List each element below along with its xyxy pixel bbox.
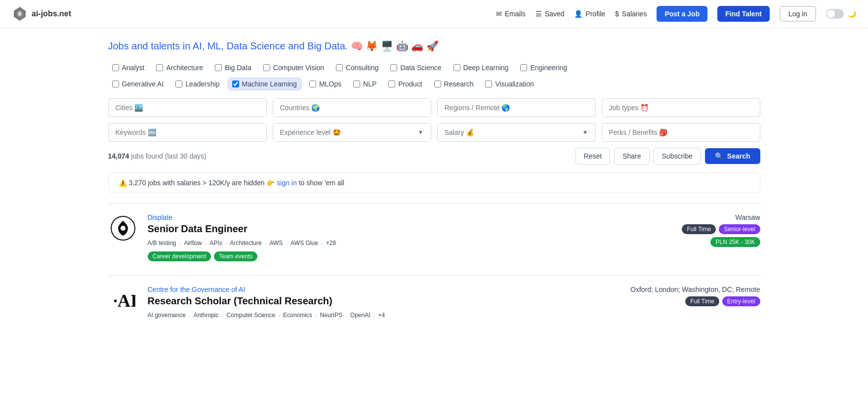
filter-row-1: AnalystArchitectureBig DataComputer Visi… (108, 62, 760, 74)
tag-2: APIs (209, 240, 222, 247)
salary-select[interactable]: Salary 💰 ▼ (437, 123, 596, 142)
find-talent-button[interactable]: Find Talent (717, 6, 770, 22)
cities-field[interactable] (108, 98, 267, 117)
filter-item-machine-learning[interactable]: Machine Learning (228, 78, 301, 90)
job-tags-0: A/B testing · Airflow · APIs · Architect… (148, 240, 652, 247)
filter-label-architecture: Architecture (166, 64, 203, 72)
job-types-field[interactable] (602, 98, 760, 117)
company-name-0[interactable]: Displate (148, 213, 652, 221)
tag-1: Airflow (184, 240, 202, 247)
filter-label-deep-learning: Deep Learning (463, 64, 509, 72)
job-title-0[interactable]: Senior Data Engineer (148, 223, 652, 235)
share-button[interactable]: Share (614, 148, 649, 164)
tag-separator: · (373, 312, 375, 320)
filter-item-product[interactable]: Product (384, 78, 426, 90)
job-title-1[interactable]: Research Scholar (Technical Research) (148, 295, 621, 307)
post-job-button[interactable]: Post a Job (657, 6, 707, 22)
nav-saved[interactable]: ☰ Saved (536, 10, 565, 18)
inputs-row-2: Experience level 🤩 ▼ Salary 💰 ▼ (108, 123, 760, 142)
filter-checkbox-engineering[interactable] (520, 64, 527, 71)
filter-item-mlops[interactable]: MLOps (305, 78, 345, 90)
nav: ✉ Emails ☰ Saved 👤 Profile $ Salaries Po… (496, 6, 856, 22)
inputs-row-1 (108, 98, 760, 117)
filter-item-consulting[interactable]: Consulting (332, 62, 382, 74)
company-name-1[interactable]: Centre for the Governance of AI (148, 286, 621, 293)
job-location-0: Warsaw (735, 213, 760, 221)
displate-logo-icon (111, 216, 135, 241)
job-info-0: DisplateSenior Data EngineerA/B testing … (148, 213, 652, 265)
keywords-input[interactable] (116, 128, 259, 136)
login-button[interactable]: Log in (780, 6, 816, 22)
filter-item-nlp[interactable]: NLP (349, 78, 380, 90)
header: ai-jobs.net ✉ Emails ☰ Saved 👤 Profile $… (0, 0, 868, 28)
nav-profile[interactable]: 👤 Profile (574, 10, 605, 18)
perks-field[interactable] (602, 123, 760, 142)
logo[interactable]: ai-jobs.net (12, 6, 71, 22)
regions-field[interactable] (437, 98, 596, 117)
nav-emails[interactable]: ✉ Emails (496, 10, 526, 18)
theme-toggle[interactable] (826, 9, 844, 19)
reset-button[interactable]: Reset (576, 148, 611, 164)
nav-salaries[interactable]: $ Salaries (615, 10, 647, 18)
filter-checkbox-computer-vision[interactable] (263, 64, 270, 71)
filter-item-data-science[interactable]: Data Science (386, 62, 445, 74)
filter-item-research[interactable]: Research (430, 78, 478, 90)
filter-checkbox-machine-learning[interactable] (232, 81, 239, 87)
svg-point-4 (121, 226, 125, 231)
countries-field[interactable] (273, 98, 431, 117)
toggle-knob (827, 10, 835, 18)
filter-checkbox-generative-ai[interactable] (112, 81, 119, 87)
search-button[interactable]: 🔍 Search (705, 148, 760, 164)
warning-text: 3,270 jobs with salaries > 120K/y are hi… (128, 179, 264, 187)
filter-checkbox-product[interactable] (388, 81, 395, 87)
filter-checkbox-consulting[interactable] (336, 64, 343, 71)
filter-label-mlops: MLOps (319, 80, 341, 88)
filter-checkbox-nlp[interactable] (353, 81, 360, 87)
filter-label-visualization: Visualization (495, 80, 534, 88)
filter-checkbox-mlops[interactable] (309, 81, 316, 87)
job-meta-1: Oxford; London; Washington, DC; RemoteFu… (630, 286, 760, 306)
salary-label: Salary 💰 (445, 128, 475, 136)
cities-input[interactable] (116, 104, 259, 112)
filter-item-leadership[interactable]: Leadership (171, 78, 223, 90)
results-number: 14,074 (108, 152, 129, 160)
filter-item-architecture[interactable]: Architecture (152, 62, 207, 74)
filter-checkbox-deep-learning[interactable] (454, 64, 460, 71)
tag-separator: · (189, 312, 191, 320)
results-count: 14,074 jobs found (last 30 days) (108, 152, 207, 160)
countries-input[interactable] (280, 104, 424, 112)
subscribe-button[interactable]: Subscribe (654, 148, 701, 164)
filter-item-deep-learning[interactable]: Deep Learning (450, 62, 513, 74)
filter-item-visualization[interactable]: Visualization (481, 78, 537, 90)
perks-input[interactable] (609, 128, 753, 136)
badge-full-time-0: Full Time (682, 224, 716, 234)
experience-select[interactable]: Experience level 🤩 ▼ (273, 123, 431, 142)
cai-logo-icon: ·AI (111, 288, 135, 313)
job-types-input[interactable] (609, 104, 753, 112)
regions-input[interactable] (445, 104, 588, 112)
keywords-field[interactable] (108, 123, 267, 142)
job-tags-1: AI governance · Anthropic · Computer Sci… (148, 312, 621, 320)
tag-separator: · (345, 312, 347, 320)
tag-5: AWS Glue (290, 240, 318, 247)
filter-item-engineering[interactable]: Engineering (516, 62, 571, 74)
sign-in-link[interactable]: sign in (277, 179, 296, 187)
experience-chevron-icon: ▼ (418, 129, 424, 136)
filter-item-computer-vision[interactable]: Computer Vision (259, 62, 328, 74)
tag-3: Economics (283, 312, 312, 320)
filter-label-consulting: Consulting (346, 64, 378, 72)
salaries-icon: $ (615, 10, 619, 18)
filter-checkbox-architecture[interactable] (156, 64, 163, 71)
filter-checkbox-analyst[interactable] (112, 64, 119, 71)
filter-label-product: Product (398, 80, 422, 88)
filter-checkbox-big-data[interactable] (215, 64, 222, 71)
badge-full-time-1: Full Time (685, 296, 719, 306)
filter-item-big-data[interactable]: Big Data (211, 62, 255, 74)
filter-checkbox-research[interactable] (434, 81, 441, 87)
filter-checkbox-visualization[interactable] (485, 81, 492, 87)
filter-row-2: Generative AILeadershipMachine LearningM… (108, 78, 760, 90)
filter-checkbox-leadership[interactable] (175, 81, 182, 87)
filter-item-analyst[interactable]: Analyst (108, 62, 149, 74)
filter-item-generative-ai[interactable]: Generative AI (108, 78, 168, 90)
filter-checkbox-data-science[interactable] (390, 64, 397, 71)
